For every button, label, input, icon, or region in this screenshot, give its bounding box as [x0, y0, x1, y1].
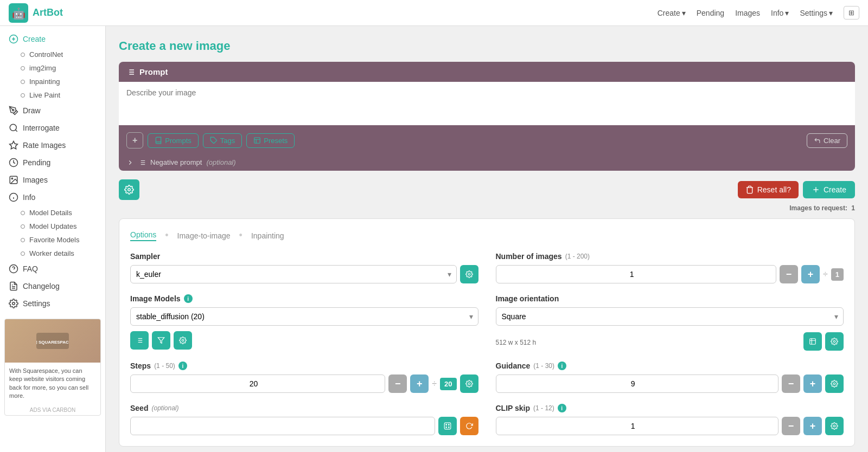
- sidebar-sub-inpainting[interactable]: Inpainting: [0, 75, 105, 88]
- settings-gear-button[interactable]: [119, 179, 139, 200]
- create-button[interactable]: Create: [803, 181, 855, 198]
- clear-button[interactable]: Clear: [807, 133, 847, 148]
- guidance-settings-button[interactable]: [825, 374, 844, 393]
- list-icon: [136, 337, 143, 344]
- sidebar-item-changelog[interactable]: Changelog: [0, 277, 105, 295]
- sidebar-item-interrogate[interactable]: Interrogate: [0, 119, 105, 137]
- steps-info-badge[interactable]: i: [178, 361, 187, 370]
- orientation-aspect-button[interactable]: [803, 332, 822, 351]
- orientation-settings-button[interactable]: [825, 332, 844, 351]
- reset-button[interactable]: Reset all?: [738, 181, 799, 198]
- sampler-select[interactable]: k_euler k_euler_a k_dpm_2 k_lms DDIM: [130, 265, 457, 283]
- top-nav-links: Create ▾ Pending Images Info ▾ Settings …: [658, 6, 859, 20]
- clip-skip-info-badge[interactable]: i: [558, 404, 566, 412]
- negative-prompt-row[interactable]: Negative prompt (optional): [119, 154, 855, 171]
- tab-options[interactable]: Options: [130, 230, 156, 241]
- clip-skip-minus-button[interactable]: −: [782, 417, 800, 435]
- tab-image-to-image[interactable]: Image-to-image: [177, 231, 231, 240]
- svg-point-49: [833, 383, 835, 385]
- aspect-icon: [809, 338, 816, 345]
- guidance-controls: − +: [496, 374, 844, 393]
- sidebar-sub-controlnet[interactable]: ControlNet: [0, 48, 105, 61]
- sidebar-item-images[interactable]: Images: [0, 171, 105, 189]
- num-images-input[interactable]: [496, 265, 776, 283]
- svg-line-7: [15, 130, 17, 131]
- image-models-info-badge[interactable]: i: [184, 294, 193, 303]
- models-filter-button[interactable]: [152, 331, 170, 350]
- gear-icon: [831, 380, 838, 388]
- sidebar-item-create[interactable]: Create: [0, 30, 105, 48]
- models-list-button[interactable]: [130, 331, 149, 350]
- guidance-plus-button[interactable]: +: [803, 374, 822, 393]
- image-orientation-select[interactable]: Square Portrait Landscape Custom: [496, 307, 844, 326]
- nav-pending[interactable]: Pending: [697, 9, 724, 17]
- sidebar-item-info[interactable]: Info: [0, 189, 105, 206]
- seed-dice-button[interactable]: [438, 417, 457, 435]
- list-icon: [138, 159, 146, 166]
- steps-group: Steps (1 - 50) i − + ÷ 20: [130, 361, 478, 393]
- sidebar-item-pending[interactable]: Pending: [0, 154, 105, 171]
- sidebar-sub-model-details[interactable]: Model Details: [0, 206, 105, 219]
- clip-skip-input[interactable]: [496, 417, 779, 435]
- divide-icon: ÷: [432, 379, 437, 389]
- orientation-size: 512 w x 512 h: [496, 339, 537, 346]
- sampler-group: Sampler k_euler k_euler_a k_dpm_2 k_lms …: [130, 252, 478, 283]
- prompt-box: Prompt + Prompts Tags Presets: [119, 62, 855, 171]
- presets-button[interactable]: Presets: [246, 133, 295, 148]
- prompt-toolbar: + Prompts Tags Presets Clear: [119, 127, 855, 154]
- svg-rect-29: [254, 138, 260, 144]
- steps-minus-button[interactable]: −: [388, 374, 407, 393]
- sidebar-sub-img2img[interactable]: img2img: [0, 61, 105, 75]
- presets-icon: [253, 137, 261, 144]
- sidebar-item-draw[interactable]: Draw: [0, 102, 105, 119]
- clip-skip-plus-button[interactable]: +: [803, 417, 822, 435]
- nav-info[interactable]: Info ▾: [771, 9, 789, 17]
- nav-images[interactable]: Images: [735, 9, 760, 17]
- ad-text: With Squarespace, you can keep website v…: [5, 363, 100, 405]
- sidebar-sub-worker-details[interactable]: Worker details: [0, 247, 105, 260]
- app-logo[interactable]: 🤖 ArtBot: [9, 3, 63, 23]
- monitor-icon-button[interactable]: ⊞: [844, 6, 859, 20]
- svg-point-53: [445, 427, 446, 428]
- prompt-header: Prompt: [119, 62, 855, 82]
- sidebar-item-faq[interactable]: FAQ: [0, 260, 105, 277]
- guidance-input[interactable]: [496, 374, 779, 393]
- tags-button[interactable]: Tags: [203, 133, 242, 148]
- nav-create[interactable]: Create ▾: [658, 9, 686, 17]
- num-images-plus-button[interactable]: +: [801, 265, 820, 283]
- sidebar-sub-model-updates[interactable]: Model Updates: [0, 219, 105, 233]
- svg-text:🤖: 🤖: [12, 7, 25, 20]
- nav-settings[interactable]: Settings ▾: [800, 9, 833, 17]
- sidebar: Create ControlNet img2img Inpainting Liv…: [0, 26, 106, 452]
- sampler-settings-button[interactable]: [460, 265, 478, 283]
- sampler-label: Sampler: [130, 252, 478, 261]
- guidance-minus-button[interactable]: −: [782, 374, 800, 393]
- steps-settings-button[interactable]: [460, 374, 478, 393]
- steps-input[interactable]: [130, 374, 385, 393]
- options-panel: Options • Image-to-image • Inpainting Sa…: [119, 218, 855, 447]
- steps-plus-button[interactable]: +: [410, 374, 429, 393]
- svg-point-6: [10, 124, 16, 131]
- svg-point-11: [11, 178, 12, 179]
- steps-label: Steps (1 - 50) i: [130, 361, 478, 370]
- sidebar-sub-livepaint[interactable]: Live Paint: [0, 88, 105, 102]
- image-models-select[interactable]: stable_diffusion (20): [130, 307, 478, 326]
- sidebar-sub-favorite-models[interactable]: Favorite Models: [0, 233, 105, 247]
- clip-skip-settings-button[interactable]: [825, 417, 844, 435]
- prompts-button[interactable]: Prompts: [148, 133, 198, 148]
- prompt-textarea[interactable]: [119, 82, 855, 125]
- dot-icon: [21, 53, 25, 57]
- num-images-minus-button[interactable]: −: [780, 265, 798, 283]
- rate-icon: [9, 140, 18, 150]
- seed-input[interactable]: [130, 417, 435, 435]
- models-settings-button[interactable]: [174, 331, 192, 350]
- plus-button[interactable]: +: [126, 132, 143, 148]
- tag-icon: [210, 137, 218, 144]
- sidebar-item-settings[interactable]: Settings: [0, 295, 105, 312]
- dot-icon: [21, 211, 25, 215]
- tab-inpainting[interactable]: Inpainting: [251, 231, 284, 240]
- sidebar-item-rate-images[interactable]: Rate Images: [0, 137, 105, 154]
- seed-reuse-button[interactable]: [460, 417, 478, 435]
- seed-controls: [130, 417, 478, 435]
- guidance-info-badge[interactable]: i: [558, 361, 566, 370]
